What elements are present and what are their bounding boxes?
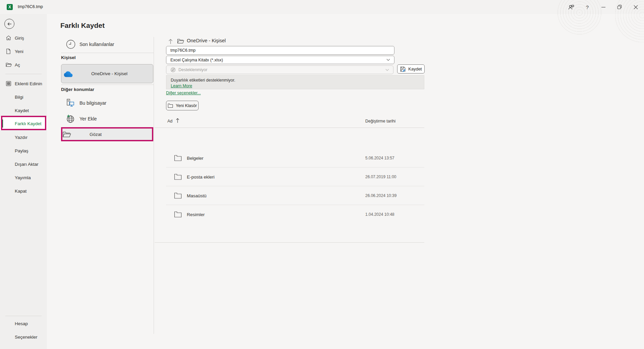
- sidebar-item-ac[interactable]: Aç: [0, 58, 47, 71]
- folder-icon: [174, 211, 182, 218]
- restore-icon: [617, 5, 622, 9]
- minimize-button[interactable]: [596, 1, 610, 13]
- file-row-masaustu[interactable]: Masaüstü 26.06.2024 10:39: [166, 186, 424, 205]
- sidebar-item-disari-aktar[interactable]: Dışarı Aktar: [0, 157, 47, 171]
- title-bar: X tmp76C6.tmp ?: [0, 0, 644, 14]
- folder-icon: [174, 174, 182, 180]
- sensitivity-value: Desteklenmiyor: [178, 67, 207, 72]
- sidebar-item-label: Paylaş: [15, 148, 29, 153]
- open-folder-icon: [6, 62, 12, 67]
- excel-app-icon: X: [7, 4, 13, 10]
- file-row-eposta-ekleri[interactable]: E-posta ekleri 26.07.2019 11:00: [166, 167, 424, 186]
- up-directory-button[interactable]: [167, 38, 174, 46]
- close-button[interactable]: [629, 1, 643, 13]
- sort-ascending-icon: [176, 118, 179, 123]
- file-name: Resimler: [187, 212, 205, 217]
- file-row-resimler[interactable]: Resimler 1.04.2024 10:48: [166, 205, 424, 224]
- divider: [155, 242, 424, 243]
- file-name: Masaüstü: [187, 193, 207, 198]
- sidebar-item-label: Aç: [15, 62, 20, 67]
- browse-folder-icon: [62, 131, 71, 138]
- file-list: Belgeler 5.06.2024 13:57 E-posta ekleri …: [166, 149, 424, 224]
- sidebar-item-label: Farklı Kaydet: [15, 121, 42, 126]
- column-header-modified[interactable]: Değiştirme tarihi: [365, 119, 395, 123]
- save-icon: [400, 66, 406, 72]
- location-onedrive[interactable]: OneDrive - Kişisel: [61, 64, 153, 83]
- file-modified-date: 5.06.2024 13:57: [365, 156, 394, 160]
- sidebar-item-kaydet[interactable]: Kaydet: [0, 104, 47, 117]
- divider: [5, 316, 42, 316]
- sidebar-item-label: Seçenekler: [15, 335, 38, 340]
- close-icon: [634, 5, 638, 9]
- sidebar-item-yazdir[interactable]: Yazdır: [0, 131, 47, 144]
- filename-input[interactable]: [166, 46, 394, 55]
- breadcrumb-folder-icon: [177, 38, 184, 44]
- help-button[interactable]: ?: [580, 1, 594, 13]
- sidebar-item-label: Bilgi: [15, 95, 23, 100]
- back-button[interactable]: [4, 19, 14, 29]
- sidebar-item-paylas[interactable]: Paylaş: [0, 144, 47, 157]
- this-pc-icon: [66, 98, 75, 108]
- folder-icon: [174, 193, 182, 199]
- location-onedrive-label: OneDrive - Kişisel: [73, 71, 127, 76]
- page-title: Farklı Kaydet: [60, 21, 105, 30]
- sidebar-item-label: Yazdır: [15, 135, 28, 140]
- location-browse[interactable]: Gözat: [61, 127, 153, 141]
- learn-more-link[interactable]: Learn More: [171, 84, 192, 88]
- divider: [61, 53, 154, 53]
- sensitivity-info-box: Duyarlılık etiketleri desteklenmiyor. Le…: [166, 75, 424, 89]
- section-label-personal: Kişisel: [61, 55, 76, 60]
- sidebar-item-label: Eklenti Edinin: [15, 81, 42, 86]
- window-title: tmp76C6.tmp: [18, 4, 43, 9]
- sidebar-item-secenekler[interactable]: Seçenekler: [0, 330, 47, 344]
- home-icon: [6, 35, 11, 41]
- column-header-name[interactable]: Ad: [167, 119, 172, 123]
- up-arrow-icon: [168, 39, 173, 45]
- file-row-belgeler[interactable]: Belgeler 5.06.2024 13:57: [166, 149, 424, 167]
- sidebar-item-yeni[interactable]: Yeni: [0, 45, 47, 58]
- clock-icon: [66, 39, 76, 49]
- sidebar-item-giris[interactable]: Giriş: [0, 31, 47, 45]
- location-browse-label: Gözat: [71, 132, 102, 137]
- globe-plus-icon: [66, 114, 75, 123]
- feedback-button[interactable]: [564, 1, 578, 13]
- sensitivity-shield-icon: [170, 67, 176, 72]
- sidebar-item-farkli-kaydet[interactable]: Farklı Kaydet: [0, 117, 47, 130]
- sidebar-item-kapat[interactable]: Kapat: [0, 184, 47, 198]
- save-button-label: Kaydet: [408, 66, 422, 71]
- more-options-link[interactable]: Diğer seçenekler...: [166, 91, 201, 95]
- divider: [155, 128, 424, 128]
- sidebar-item-hesap[interactable]: Hesap: [0, 317, 47, 330]
- backstage-sidebar: Giriş Yeni Aç Eklenti Edinin Bilgi: [0, 14, 47, 349]
- restore-button[interactable]: [612, 1, 627, 13]
- breadcrumb[interactable]: OneDrive - Kişisel: [187, 38, 226, 43]
- divider: [61, 85, 154, 85]
- save-button[interactable]: Kaydet: [397, 64, 425, 73]
- help-icon: ?: [586, 4, 589, 10]
- location-this-pc[interactable]: Bu bilgisayar: [61, 95, 154, 111]
- addins-icon: [6, 81, 11, 87]
- feedback-icon: [568, 4, 575, 10]
- back-arrow-icon: [7, 21, 12, 27]
- filetype-select[interactable]: Excel Çalışma Kitabı (*.xlsx): [166, 56, 394, 64]
- sidebar-item-yayimla[interactable]: Yayımla: [0, 171, 47, 184]
- new-document-icon: [6, 49, 11, 54]
- recent-files-item[interactable]: Son kullanılanlar: [61, 36, 154, 52]
- chevron-down-icon: [386, 59, 390, 61]
- section-label-other: Diğer konumlar: [61, 87, 94, 92]
- file-modified-date: 26.07.2019 11:00: [365, 174, 396, 179]
- sidebar-item-bilgi[interactable]: Bilgi: [0, 90, 47, 104]
- sidebar-item-eklenti-edinin[interactable]: Eklenti Edinin: [0, 77, 47, 90]
- location-add-place[interactable]: Yer Ekle: [61, 111, 154, 127]
- sidebar-item-label: Kaydet: [15, 108, 29, 113]
- panel-separator: [154, 37, 154, 334]
- sidebar-item-label: Yayımla: [15, 175, 31, 180]
- sensitivity-select: Desteklenmiyor: [166, 65, 393, 74]
- minimize-icon: [601, 5, 606, 9]
- sidebar-item-label: Yeni: [15, 49, 23, 54]
- sensitivity-message: Duyarlılık etiketleri desteklenmiyor.: [171, 78, 235, 83]
- new-folder-label: Yeni Klasör: [176, 103, 197, 108]
- new-folder-button[interactable]: Yeni Klasör: [166, 101, 199, 110]
- sidebar-item-label: Dışarı Aktar: [15, 162, 39, 167]
- onedrive-icon: [61, 70, 73, 78]
